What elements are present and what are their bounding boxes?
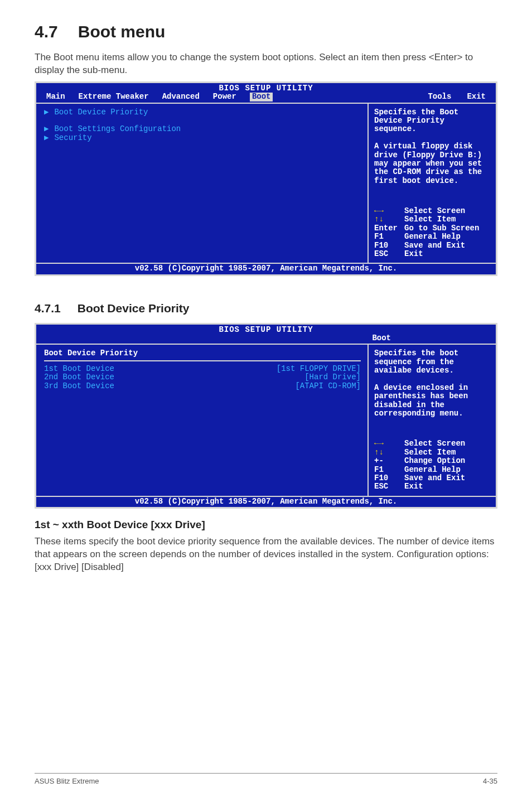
- bios-title: BIOS SETUP UTILITY: [36, 83, 496, 93]
- nav-row: +-Change Option: [374, 457, 490, 465]
- bios-right-pane: Specifies the boot sequence from the ava…: [369, 345, 496, 495]
- menu-item-boot-settings-config[interactable]: ▶ Boot Settings Configuration: [44, 125, 361, 133]
- nav-label: Select Item: [404, 215, 490, 224]
- spacer-row: [374, 194, 490, 202]
- bios-footer: v02.58 (C)Copyright 1985-2007, American …: [36, 496, 496, 507]
- spacer-row: [374, 185, 490, 194]
- nav-label: General Help: [404, 233, 490, 241]
- spacer-row: [44, 142, 361, 151]
- spacer: [46, 334, 372, 342]
- bios-tab-bar: Boot: [36, 334, 496, 344]
- nav-label: Select Screen: [404, 439, 490, 448]
- menu-label: Security: [54, 134, 361, 142]
- bios-footer: v02.58 (C)Copyright 1985-2007, American …: [36, 263, 496, 274]
- tab-main[interactable]: Main: [46, 93, 65, 101]
- bios-tab-bar: Main Extreme Tweaker Advanced Power Boot…: [36, 93, 496, 102]
- spacer-row: [44, 185, 361, 194]
- spacer-row: [44, 160, 361, 168]
- tab-power[interactable]: Power: [213, 93, 236, 101]
- arrows-lr-icon: ←→: [374, 439, 384, 448]
- nav-row: ↑↓Select Item: [374, 215, 490, 224]
- tab-boot[interactable]: Boot: [372, 334, 391, 342]
- footer-left: ASUS Blitz Extreme: [35, 777, 99, 785]
- sub-body: These items specify the boot device prio…: [35, 535, 497, 574]
- spacer-row: [374, 375, 490, 384]
- nav-key: ESC: [374, 250, 404, 258]
- section-heading: 4.7Boot menu: [35, 22, 497, 41]
- tab-boot[interactable]: Boot: [250, 93, 273, 101]
- tab-extreme-tweaker[interactable]: Extreme Tweaker: [79, 93, 149, 101]
- bios-panel-boot-menu: BIOS SETUP UTILITY Main Extreme Tweaker …: [35, 81, 497, 276]
- section-title: Boot menu: [78, 22, 166, 41]
- bios-panel-boot-priority: BIOS SETUP UTILITY Boot Boot Device Prio…: [35, 323, 497, 509]
- row-label: 1st Boot Device: [44, 365, 277, 373]
- nav-label: Save and Exit: [404, 241, 490, 250]
- spacer-row: [44, 177, 361, 185]
- arrows-ud-icon: ↑↓: [374, 448, 384, 457]
- row-value: [ATAPI CD-ROM]: [295, 382, 361, 390]
- arrows-ud-icon: ↑↓: [374, 215, 384, 224]
- spacer-row: [374, 134, 490, 142]
- arrows-lr-icon: ←→: [374, 206, 384, 215]
- nav-label: Select Screen: [404, 207, 490, 215]
- tab-tools[interactable]: Tools: [428, 93, 451, 101]
- bios-title: BIOS SETUP UTILITY: [36, 325, 496, 334]
- spacer-row: [44, 202, 361, 211]
- spacer-row: [44, 451, 361, 459]
- bios-nav-help: ←→Select Screen ↑↓Select Item EnterGo to…: [374, 207, 490, 258]
- nav-key: F1: [374, 466, 404, 474]
- spacer-row: [44, 459, 361, 467]
- pane-header-label: Boot Device Priority: [44, 349, 138, 357]
- nav-row: F1General Help: [374, 466, 490, 474]
- boot-device-row-2[interactable]: 2nd Boot Device [Hard Drive]: [44, 373, 361, 381]
- submenu-arrow-icon: ▶: [44, 125, 49, 133]
- boot-device-row-3[interactable]: 3rd Boot Device [ATAPI CD-ROM]: [44, 382, 361, 390]
- nav-key: F10: [374, 474, 404, 482]
- spacer-row: [44, 211, 361, 219]
- subsection-title: Boot Device Priority: [78, 302, 190, 315]
- menu-label: Boot Settings Configuration: [54, 125, 361, 133]
- nav-label: Change Option: [404, 457, 490, 465]
- footer-right: 4-35: [483, 777, 497, 785]
- nav-label: General Help: [404, 466, 490, 474]
- spacer-row: [44, 425, 361, 433]
- nav-label: Go to Sub Screen: [404, 224, 490, 233]
- help-text-2: A device enclosed in parenthesis has bee…: [374, 384, 490, 418]
- page-footer: ASUS Blitz Extreme 4-35: [35, 773, 497, 785]
- bios-right-pane: Specifies the Boot Device Priority seque…: [369, 104, 496, 263]
- bios-left-pane: Boot Device Priority 1st Boot Device [1s…: [36, 345, 369, 495]
- nav-row: ESCExit: [374, 482, 490, 491]
- bios-body: ▶ Boot Device Priority ▶ Boot Settings C…: [36, 103, 496, 263]
- nav-row: ESCExit: [374, 250, 490, 258]
- row-label: 2nd Boot Device: [44, 373, 304, 381]
- spacer-row: [44, 117, 361, 125]
- nav-key: ESC: [374, 482, 404, 491]
- tab-advanced[interactable]: Advanced: [162, 93, 200, 101]
- section-number: 4.7: [35, 22, 58, 41]
- nav-key: F1: [374, 233, 404, 241]
- nav-row: ←→Select Screen: [374, 439, 490, 448]
- subsection-heading: 4.7.1Boot Device Priority: [35, 302, 497, 315]
- menu-item-boot-device-priority[interactable]: ▶ Boot Device Priority: [44, 108, 361, 117]
- divider: [44, 360, 361, 361]
- spacer-row: [44, 194, 361, 202]
- nav-row: EnterGo to Sub Screen: [374, 224, 490, 233]
- nav-row: ←→Select Screen: [374, 207, 490, 215]
- spacer-row: [44, 433, 361, 442]
- help-text-2: A virtual floppy disk drive (Floppy Driv…: [374, 142, 490, 185]
- spacer-row: [44, 399, 361, 407]
- pane-header: Boot Device Priority: [44, 349, 361, 357]
- nav-row: F10Save and Exit: [374, 474, 490, 482]
- row-value: [1st FLOPPY DRIVE]: [277, 365, 361, 373]
- nav-key: F10: [374, 241, 404, 250]
- help-text-1: Specifies the Boot Device Priority seque…: [374, 108, 490, 134]
- tab-exit[interactable]: Exit: [467, 93, 486, 101]
- menu-item-security[interactable]: ▶ Security: [44, 134, 361, 142]
- spacer-row: [374, 418, 490, 427]
- nav-row: F10Save and Exit: [374, 241, 490, 250]
- boot-device-row-1[interactable]: 1st Boot Device [1st FLOPPY DRIVE]: [44, 365, 361, 373]
- spacer-row: [44, 416, 361, 424]
- nav-key: +-: [374, 457, 404, 465]
- section-intro: The Boot menu items allow you to change …: [35, 51, 497, 77]
- spacer-row: [44, 151, 361, 160]
